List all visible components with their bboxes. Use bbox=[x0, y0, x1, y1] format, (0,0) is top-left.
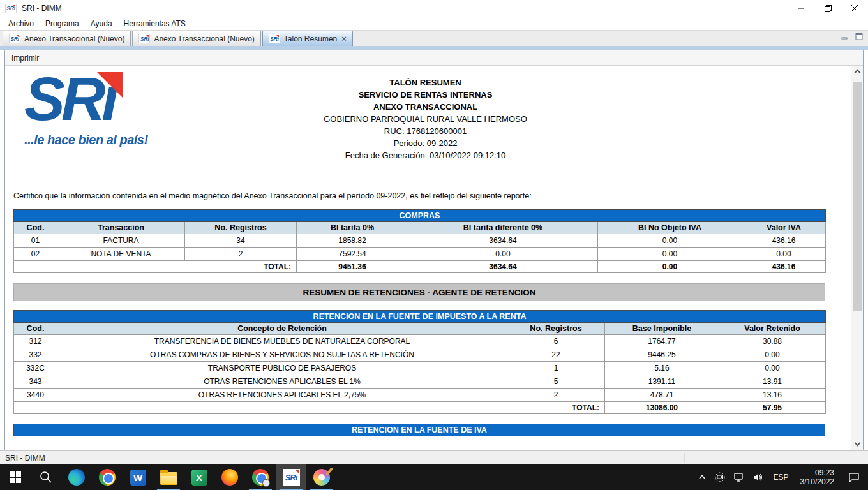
taskbar-chrome-profile-icon[interactable] bbox=[245, 464, 276, 490]
taskbar-search-icon[interactable] bbox=[31, 464, 61, 490]
minimize-view-icon[interactable] bbox=[841, 33, 849, 40]
cell: 30.88 bbox=[719, 335, 826, 348]
compras-table: COMPRAS Cod.TransacciónNo. RegistrosBI t… bbox=[13, 209, 826, 273]
total-value: 3634.64 bbox=[408, 261, 598, 273]
tab-bar: SRiAnexo Transaccional (Nuevo)SRiAnexo T… bbox=[0, 30, 868, 46]
total-value: 57.95 bbox=[719, 402, 826, 414]
sri-logo-text: SRi bbox=[24, 70, 115, 128]
column-header: Valor Retenido bbox=[719, 323, 826, 335]
retencion-renta-table: RETENCION EN LA FUENTE DE IMPUESTO A LA … bbox=[13, 310, 826, 414]
tray-chevron-up-icon[interactable] bbox=[694, 464, 710, 490]
taskbar-sri-icon[interactable]: SRi bbox=[276, 464, 306, 490]
cell: 13.91 bbox=[719, 375, 826, 389]
renta-title-row: RETENCION EN LA FUENTE DE IMPUESTO A LA … bbox=[14, 311, 826, 323]
compras-title: COMPRAS bbox=[14, 210, 826, 222]
cell: 0.00 bbox=[742, 248, 826, 261]
compras-title-row: COMPRAS bbox=[14, 210, 826, 222]
column-header: No. Registros bbox=[507, 323, 605, 335]
window-controls bbox=[788, 0, 868, 17]
taskbar-explorer-icon[interactable] bbox=[153, 464, 184, 490]
view-frame: Imprimir SRi ...le hace bien al país! TA… bbox=[4, 50, 864, 450]
minimize-button[interactable] bbox=[788, 0, 814, 17]
taskbar-edge-icon[interactable] bbox=[61, 464, 92, 490]
cell: FACTURA bbox=[57, 234, 185, 248]
cell: 1764.77 bbox=[605, 335, 719, 348]
column-header: Base Imponible bbox=[605, 323, 719, 335]
cell: 5 bbox=[507, 375, 605, 389]
taskbar-excel-icon[interactable]: X bbox=[184, 464, 214, 490]
total-value: 9451.36 bbox=[297, 261, 408, 273]
sri-tab-icon: SRi bbox=[9, 34, 20, 43]
cell: 02 bbox=[14, 248, 57, 261]
menu-item-ayuda[interactable]: Ayuda bbox=[85, 18, 118, 29]
system-tray: ESP 09:23 3/10/2022 bbox=[694, 464, 868, 490]
table-row: 02NOTA DE VENTA27592.540.000.000.00 bbox=[14, 248, 826, 261]
tab-3[interactable]: SRiTalón Resumen× bbox=[262, 31, 353, 46]
status-text: SRI - DIMM bbox=[5, 454, 45, 463]
window-title: SRI - DIMM bbox=[22, 4, 62, 13]
cell: 13.16 bbox=[719, 389, 826, 402]
menu-item-herramientas-ats[interactable]: Herramientas ATS bbox=[118, 18, 191, 29]
maximize-view-icon[interactable] bbox=[855, 33, 863, 40]
language-indicator[interactable]: ESP bbox=[768, 464, 795, 490]
sri-logo-red-triangle bbox=[97, 72, 123, 98]
total-value: 13086.00 bbox=[605, 402, 719, 414]
cell: 0.00 bbox=[408, 248, 598, 261]
total-label: TOTAL: bbox=[14, 261, 297, 273]
taskbar-chrome-icon[interactable] bbox=[92, 464, 123, 490]
menu-item-archivo[interactable]: Archivo bbox=[3, 18, 40, 29]
tab-label: Anexo Transaccional (Nuevo) bbox=[154, 34, 254, 43]
tab-label: Talón Resumen bbox=[284, 34, 337, 43]
cell: 7592.54 bbox=[297, 248, 408, 261]
cell: OTRAS RETENCIONES APLICABLES EL 1% bbox=[57, 375, 507, 389]
clock[interactable]: 09:23 3/10/2022 bbox=[795, 464, 840, 490]
column-header: Transacción bbox=[57, 222, 185, 234]
cell: 0.00 bbox=[719, 362, 826, 375]
table-row: 343OTRAS RETENCIONES APLICABLES EL 1%513… bbox=[14, 375, 826, 389]
menu-item-programa[interactable]: Programa bbox=[40, 18, 85, 29]
status-separator-dashed[interactable] bbox=[784, 453, 784, 463]
tray-network-icon[interactable] bbox=[730, 464, 749, 490]
retencion-iva-title-bar: RETENCION EN LA FUENTE DE IVA bbox=[13, 424, 825, 436]
taskbar-paint-icon[interactable] bbox=[306, 464, 337, 490]
tray-volume-icon[interactable] bbox=[749, 464, 768, 490]
renta-title: RETENCION EN LA FUENTE DE IMPUESTO A LA … bbox=[14, 311, 826, 323]
action-center-icon[interactable] bbox=[840, 464, 868, 490]
cell: 5.16 bbox=[605, 362, 719, 375]
cell: 0.00 bbox=[598, 248, 742, 261]
scroll-down-icon[interactable] bbox=[851, 439, 863, 450]
print-button[interactable]: Imprimir bbox=[11, 54, 39, 63]
scroll-up-icon[interactable] bbox=[851, 66, 863, 77]
tab-1[interactable]: SRiAnexo Transaccional (Nuevo) bbox=[3, 31, 131, 46]
taskbar-start-icon[interactable] bbox=[0, 464, 31, 490]
tab-2[interactable]: SRiAnexo Transaccional (Nuevo) bbox=[132, 31, 260, 46]
taskbar-word-icon[interactable]: W bbox=[123, 464, 153, 490]
cell: 2 bbox=[507, 389, 605, 402]
close-button[interactable] bbox=[841, 0, 868, 17]
restore-button[interactable] bbox=[814, 0, 841, 17]
column-header: Valor IVA bbox=[742, 222, 826, 234]
talon-resumen-report: SRi ...le hace bien al país! TALÓN RESUM… bbox=[5, 66, 863, 436]
view-controls bbox=[841, 33, 863, 40]
tab-label: Anexo Transaccional (Nuevo) bbox=[24, 34, 124, 43]
vertical-scrollbar[interactable] bbox=[851, 66, 863, 450]
total-value: 0.00 bbox=[598, 261, 742, 273]
table-row: 332CTRANSPORTE PÚBLICO DE PASAJEROS15.16… bbox=[14, 362, 826, 375]
table-row: 3440OTRAS RETENCIONES APLICABLES EL 2,75… bbox=[14, 389, 826, 402]
tray-meet-now-icon[interactable] bbox=[710, 464, 730, 490]
retenciones-section-bar: RESUMEN DE RETENCIONES - AGENTE DE RETEN… bbox=[13, 283, 825, 301]
taskbar-firefox-icon[interactable] bbox=[214, 464, 245, 490]
certification-text: Certifico que la información contenida e… bbox=[13, 191, 837, 200]
cell: 34 bbox=[185, 234, 297, 248]
total-label: TOTAL: bbox=[14, 402, 605, 414]
tab-close-icon[interactable]: × bbox=[341, 36, 347, 42]
toolbar: Imprimir bbox=[5, 50, 863, 66]
scrollbar-thumb[interactable] bbox=[853, 82, 862, 311]
column-header: Cod. bbox=[14, 222, 57, 234]
renta-header-row: Cod.Concepto de RetenciónNo. RegistrosBa… bbox=[14, 323, 826, 335]
menu-bar: ArchivoProgramaAyudaHerramientas ATS bbox=[0, 17, 868, 30]
app-icon: SRi bbox=[5, 4, 17, 13]
cell: 1391.11 bbox=[605, 375, 719, 389]
column-header: BI tarifa 0% bbox=[297, 222, 408, 234]
column-header: No. Registros bbox=[185, 222, 297, 234]
